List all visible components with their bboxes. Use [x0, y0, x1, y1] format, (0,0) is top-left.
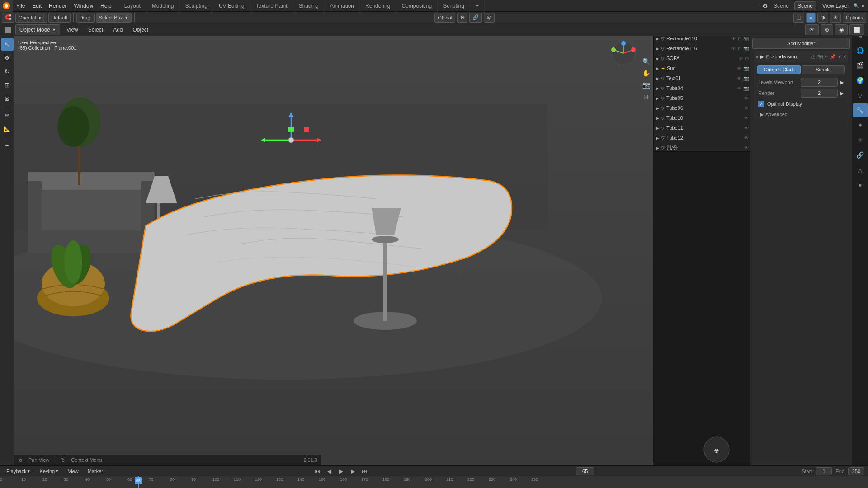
tc-view[interactable]: View: [65, 467, 81, 475]
modifier-render-icon[interactable]: 📷: [817, 54, 823, 59]
menu-file[interactable]: File: [13, 0, 28, 12]
vis-icon[interactable]: 👁: [737, 86, 741, 91]
transform-tool[interactable]: ⊠: [1, 92, 14, 105]
vis-icon[interactable]: 👁: [744, 116, 749, 121]
tc-next-btn[interactable]: ▶: [349, 467, 357, 475]
filter-icon[interactable]: ≡: [862, 3, 864, 8]
engine-icon[interactable]: ⚙: [762, 2, 768, 9]
overlay-grid[interactable]: ⊞: [641, 91, 651, 102]
vis-icon[interactable]: 👁: [744, 106, 749, 111]
outliner-item-rectangle116[interactable]: ▶ ▽ Rectangle116 👁 ⊡ 📷: [654, 43, 750, 53]
search-scene-icon[interactable]: 🔍: [854, 3, 859, 8]
prop-icon-modifier[interactable]: 🔧: [853, 103, 868, 117]
render-icon2[interactable]: 📷: [743, 36, 749, 41]
advanced-section[interactable]: ▶ Advanced: [757, 109, 845, 119]
prop-icon-material[interactable]: ●: [853, 178, 868, 192]
select-box-btn[interactable]: Select Box ▼: [96, 13, 132, 23]
blender-logo[interactable]: [0, 0, 13, 12]
outliner-item-text01[interactable]: ▶ ▽ Text01 👁 📷: [654, 73, 750, 83]
object-menu[interactable]: Object: [129, 24, 152, 35]
tc-marker[interactable]: Marker: [85, 467, 106, 475]
vis-icon[interactable]: 👁: [737, 76, 741, 81]
viewport-shading-material[interactable]: ◑: [817, 13, 828, 23]
tab-add[interactable]: +: [470, 0, 485, 12]
tab-shading[interactable]: Shading: [293, 0, 325, 12]
vis-icon[interactable]: 👁: [744, 136, 749, 141]
orientation-selector[interactable]: Default: [48, 13, 71, 23]
vis-icon[interactable]: 👁: [739, 56, 743, 61]
xray-btn[interactable]: ⬜: [849, 24, 864, 35]
levels-viewport-arrow[interactable]: ▶: [840, 80, 844, 85]
tab-animation[interactable]: Animation: [325, 0, 360, 12]
overlay-search[interactable]: 🔍: [641, 56, 651, 67]
snap-btn[interactable]: 🔗: [469, 13, 482, 23]
outliner-item-tube12[interactable]: ▶ ▽ Tube12 👁: [654, 133, 750, 143]
render-icon2[interactable]: 📷: [743, 46, 749, 51]
tab-uv-editing[interactable]: UV Editing: [213, 0, 250, 12]
menu-window[interactable]: Window: [70, 0, 97, 12]
tc-playback[interactable]: Playback ▼: [4, 467, 33, 475]
outliner-item-sun[interactable]: ▶ ☀ Sun 👁 📷: [654, 63, 750, 73]
end-value[interactable]: 250: [848, 467, 864, 475]
tab-rendering[interactable]: Rendering: [360, 0, 396, 12]
viewport-3d[interactable]: User Perspective (65) Collection | Plane…: [14, 36, 653, 465]
measure-tool[interactable]: 📐: [1, 122, 14, 135]
modifier-down-arrow[interactable]: ▼: [837, 54, 842, 59]
add-menu[interactable]: Add: [109, 24, 126, 35]
proportional-btn[interactable]: ◎: [484, 13, 495, 23]
current-frame-display[interactable]: 65: [576, 467, 594, 475]
current-frame-handle[interactable]: 65: [135, 477, 142, 484]
render-value[interactable]: 2: [801, 89, 838, 98]
prop-icon-view-layer[interactable]: 🌐: [853, 43, 868, 58]
vis-icon[interactable]: 👁: [737, 66, 741, 71]
viewport-shading-solid[interactable]: ●: [806, 13, 816, 23]
global-btn[interactable]: Global: [434, 13, 455, 23]
menu-edit[interactable]: Edit: [28, 0, 45, 12]
options-btn[interactable]: Options: [843, 13, 866, 23]
outliner-item-sofa[interactable]: ▶ ▽ SOFA 👁 ⊡: [654, 53, 750, 63]
modifier-enabled-icon[interactable]: ●: [756, 54, 759, 59]
prop-icon-world[interactable]: 🌍: [853, 73, 868, 88]
modifier-pin-icon[interactable]: 📌: [830, 54, 835, 59]
nav-gizmo[interactable]: ⊕: [703, 436, 730, 463]
menu-help[interactable]: Help: [97, 0, 115, 12]
outliner-item-tube10[interactable]: ▶ ▽ Tube10 👁: [654, 113, 750, 123]
menu-render[interactable]: Render: [45, 0, 70, 12]
start-value[interactable]: 1: [816, 467, 832, 475]
tc-keying[interactable]: Keying ▼: [37, 467, 62, 475]
pivot-btn[interactable]: ⊕: [457, 13, 467, 23]
vis-icon[interactable]: 👁: [731, 46, 736, 51]
prop-icon-object[interactable]: ▽: [853, 88, 868, 103]
prop-icon-data[interactable]: △: [853, 163, 868, 177]
object-mode-dropdown[interactable]: Object Mode ▼: [15, 24, 60, 35]
scale-tool[interactable]: ⊞: [1, 79, 14, 91]
add-modifier-btn[interactable]: Add Modifier: [752, 38, 850, 49]
tab-layout[interactable]: Layout: [119, 0, 146, 12]
scene-selector[interactable]: Scene: [794, 1, 816, 10]
view-menu[interactable]: View: [63, 24, 82, 35]
vis-icon[interactable]: 👁: [744, 145, 749, 150]
show-overlays-btn[interactable]: 👁: [805, 24, 819, 35]
snap-icon-btn[interactable]: 🧲: [2, 13, 14, 23]
prop-icon-constraints[interactable]: 🔗: [853, 148, 868, 162]
viewport-overlay-btn[interactable]: ◉: [835, 24, 848, 35]
tab-modeling[interactable]: Modeling: [146, 0, 180, 12]
tc-prev-btn[interactable]: ◀: [325, 467, 333, 475]
prop-icon-particles[interactable]: ✦: [853, 118, 868, 132]
modifier-realtime-icon[interactable]: ◷: [811, 54, 816, 59]
tab-scripting[interactable]: Scripting: [438, 0, 470, 12]
overlay-hand[interactable]: ✋: [641, 68, 651, 79]
simple-btn[interactable]: Simple: [802, 65, 845, 74]
add-obj-tool[interactable]: +: [1, 139, 14, 152]
tab-compositing[interactable]: Compositing: [396, 0, 438, 12]
outliner-item-biefenzu[interactable]: ▶ ▽ 别/分 👁: [654, 143, 750, 152]
tc-play-btn[interactable]: ▶: [337, 467, 345, 475]
modifier-close-btn[interactable]: ×: [844, 54, 846, 59]
tc-start-btn[interactable]: ⏮: [313, 467, 321, 475]
vis-icon[interactable]: 👁: [744, 96, 749, 101]
prop-icon-scene[interactable]: 🎬: [853, 58, 868, 73]
select-menu[interactable]: Select: [85, 24, 107, 35]
tc-end-btn[interactable]: ⏭: [360, 467, 368, 475]
annotate-tool[interactable]: ✏: [1, 109, 14, 122]
outliner-item-tube11[interactable]: ▶ ▽ Tube11 👁: [654, 123, 750, 133]
